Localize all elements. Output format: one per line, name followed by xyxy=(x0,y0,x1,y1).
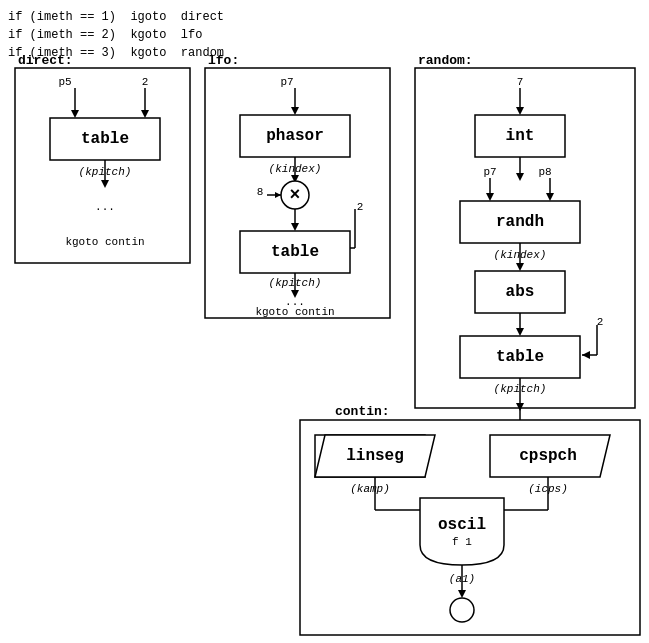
svg-marker-1 xyxy=(71,110,79,118)
random-abs-label: abs xyxy=(506,283,535,301)
svg-marker-25 xyxy=(486,193,494,201)
direct-table-label: table xyxy=(81,130,129,148)
direct-p5: p5 xyxy=(58,76,71,88)
contin-cpspch-label: cpspch xyxy=(519,447,577,465)
random-label: random: xyxy=(418,53,473,68)
random-randh-label: randh xyxy=(496,213,544,231)
svg-marker-3 xyxy=(141,110,149,118)
random-7: 7 xyxy=(517,76,524,88)
contin-output-circle xyxy=(450,598,474,622)
lfo-table-label: table xyxy=(271,243,319,261)
direct-goto: kgoto contin xyxy=(65,236,144,248)
direct-label: direct: xyxy=(18,53,73,68)
lfo-p7: p7 xyxy=(280,76,293,88)
direct-kpitch: (kpitch) xyxy=(79,166,132,178)
direct-dots: ... xyxy=(95,201,115,213)
svg-marker-34 xyxy=(582,351,590,359)
contin-label: contin: xyxy=(335,404,390,419)
contin-kamp: (kamp) xyxy=(350,483,390,495)
random-table-label: table xyxy=(496,348,544,366)
lfo-kindex: (kindex) xyxy=(269,163,322,175)
svg-text:×: × xyxy=(290,185,301,205)
random-p7: p7 xyxy=(483,166,496,178)
svg-marker-44 xyxy=(458,590,466,598)
direct-2: 2 xyxy=(142,76,149,88)
lfo-2: 2 xyxy=(357,201,364,213)
svg-marker-14 xyxy=(291,223,299,231)
page: if (imeth == 1) igoto direct if (imeth =… xyxy=(0,0,649,643)
lfo-phasor-label: phasor xyxy=(266,127,324,145)
contin-linseg-label: linseg xyxy=(346,447,404,465)
svg-marker-23 xyxy=(516,173,524,181)
contin-oscil-label: oscil xyxy=(438,516,486,534)
svg-marker-29 xyxy=(516,263,524,271)
contin-f1: f 1 xyxy=(452,536,472,548)
svg-marker-12 xyxy=(275,192,281,198)
random-int-label: int xyxy=(506,127,535,145)
lfo-label: lfo: xyxy=(208,53,239,68)
diagram-svg: direct: p5 2 table (kpitch) ... kgoto co… xyxy=(0,0,649,643)
lfo-goto-text: kgoto contin xyxy=(255,306,334,318)
svg-marker-5 xyxy=(101,180,109,188)
random-p8: p8 xyxy=(538,166,551,178)
lfo-kpitch: (kpitch) xyxy=(269,277,322,289)
lfo-8: 8 xyxy=(257,186,264,198)
svg-marker-7 xyxy=(291,107,299,115)
svg-marker-21 xyxy=(516,107,524,115)
svg-marker-27 xyxy=(546,193,554,201)
svg-marker-31 xyxy=(516,328,524,336)
